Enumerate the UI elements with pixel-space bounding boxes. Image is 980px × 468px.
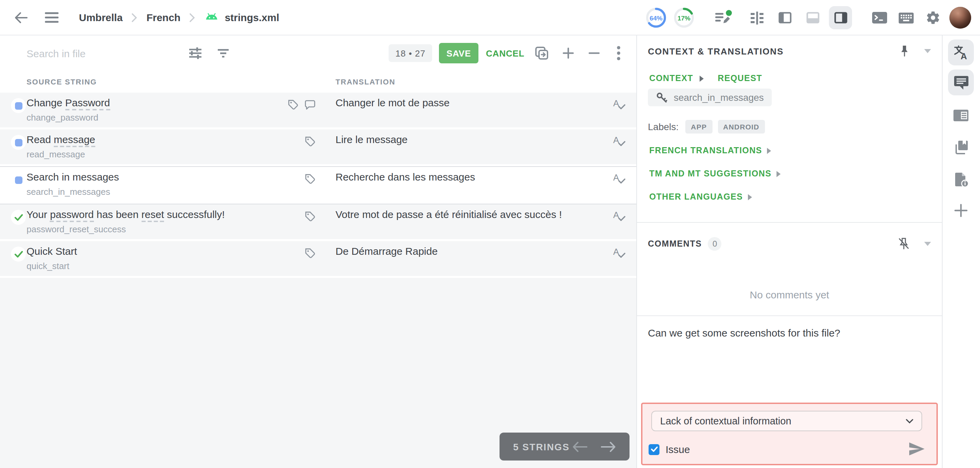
cancel-button[interactable]: CANCEL xyxy=(486,35,524,71)
status-approved-icon xyxy=(14,214,23,221)
source-string-text: Search in messages xyxy=(27,171,119,182)
section-tm-mt-suggestions[interactable]: TM AND MT SUGGESTIONS xyxy=(649,169,780,179)
more-options-icon[interactable] xyxy=(617,35,620,71)
string-status xyxy=(11,210,26,225)
breadcrumb-project[interactable]: Umbrella xyxy=(79,11,123,23)
right-panel-view-icon[interactable] xyxy=(829,6,852,29)
user-avatar[interactable] xyxy=(950,0,971,35)
translation-activity-icon[interactable] xyxy=(714,0,732,35)
keyboard-icon[interactable] xyxy=(898,0,914,35)
spellcheck-icon[interactable]: A xyxy=(612,246,625,260)
string-status xyxy=(11,247,26,262)
terminal-icon[interactable] xyxy=(872,0,888,35)
context-card-panel-icon[interactable] xyxy=(948,102,974,128)
context-panel: CONTEXT & TRANSLATIONS CONTEXT REQUEST s… xyxy=(637,35,942,468)
tag-icon xyxy=(287,99,299,110)
string-meta-icons xyxy=(271,99,316,110)
check-icon xyxy=(650,446,658,452)
tag-icon xyxy=(304,211,316,222)
string-key-chip[interactable]: search_in_messages xyxy=(648,89,772,106)
proofread-icon-wrap[interactable]: A xyxy=(612,246,625,262)
next-strings-icon[interactable] xyxy=(601,441,616,452)
spellcheck-icon[interactable]: A xyxy=(612,209,625,223)
chevron-down-icon[interactable] xyxy=(924,242,931,246)
string-key: read_message xyxy=(27,149,85,160)
chevron-down-icon[interactable] xyxy=(924,49,931,53)
translation-text: Lire le message xyxy=(336,134,408,145)
source-string-text: Your password has been reset successfull… xyxy=(27,208,225,220)
chevron-right-icon xyxy=(189,13,195,22)
pin-icon[interactable] xyxy=(900,45,909,57)
settings-gear-icon[interactable] xyxy=(926,0,940,35)
strings-pagination[interactable]: 5 STRINGS xyxy=(500,433,630,460)
save-button[interactable]: SAVE xyxy=(439,43,479,63)
tab-request[interactable]: REQUEST xyxy=(718,73,762,83)
table-row[interactable]: Your password has been reset successfull… xyxy=(0,204,636,241)
progress-ring[interactable]: 64% xyxy=(645,7,667,29)
comment-input[interactable]: Can we get some screenshots for this fil… xyxy=(648,327,931,339)
strings-count-label: 5 STRINGS xyxy=(513,441,570,452)
tag-icon xyxy=(304,173,316,185)
source-string-text: Read message xyxy=(27,134,95,145)
progress-indicators-2: 17% xyxy=(673,0,695,35)
main-area: Search in file 18 • 27 SAVE CANCEL xyxy=(0,35,980,468)
bottom-panel-view-icon[interactable] xyxy=(801,6,824,29)
search-input[interactable]: Search in file xyxy=(27,35,176,71)
issue-type-select[interactable]: Lack of contextual information xyxy=(651,411,922,431)
translation-text: De Démarrage Rapide xyxy=(336,245,438,257)
side-by-side-view-icon[interactable] xyxy=(745,6,768,29)
filter-list-icon[interactable] xyxy=(217,35,229,71)
arrow-right-icon xyxy=(776,171,780,177)
file-info-panel-icon[interactable] xyxy=(948,166,974,192)
issue-checkbox[interactable] xyxy=(649,444,659,455)
spellcheck-icon[interactable]: A xyxy=(612,134,625,148)
table-row[interactable]: Change Passwordchange_passwordChanger le… xyxy=(0,93,636,129)
unpin-icon[interactable] xyxy=(898,238,909,250)
table-row[interactable]: Quick Startquick_startDe Démarrage Rapid… xyxy=(0,241,636,278)
hamburger-menu-icon[interactable] xyxy=(45,12,59,23)
spellcheck-icon[interactable]: A xyxy=(612,97,625,111)
tune-filter-icon[interactable] xyxy=(189,35,202,71)
proofread-icon-wrap[interactable]: A xyxy=(612,172,625,188)
issue-type-selected-option: Lack of contextual information xyxy=(660,415,791,426)
string-meta-icons xyxy=(271,247,316,259)
source-column-header: SOURCE STRING xyxy=(27,78,97,86)
tag-icon xyxy=(304,247,316,259)
labels-row: Labels: APP ANDROID xyxy=(648,120,765,134)
progress-ring[interactable]: 17% xyxy=(673,7,695,29)
saved-pages-panel-icon[interactable] xyxy=(948,134,974,160)
breadcrumb-file[interactable]: strings.xml xyxy=(204,11,279,23)
proofread-icon-wrap[interactable]: A xyxy=(612,209,625,225)
section-french-translations[interactable]: FRENCH TRANSLATIONS xyxy=(649,146,771,155)
key-icon xyxy=(656,92,668,103)
issue-report-box: Lack of contextual information Issue xyxy=(641,403,938,465)
source-string-text: Change Password xyxy=(27,97,110,108)
back-arrow-icon[interactable] xyxy=(14,10,29,25)
tab-context[interactable]: CONTEXT xyxy=(649,73,693,83)
translations-panel-icon[interactable]: A xyxy=(948,40,974,65)
breadcrumb-language[interactable]: French xyxy=(146,11,180,23)
status-translated-icon xyxy=(14,102,22,109)
previous-strings-icon[interactable] xyxy=(572,441,587,452)
zoom-out-icon[interactable] xyxy=(588,35,600,71)
comments-count-badge: 0 xyxy=(708,237,722,251)
send-comment-icon[interactable] xyxy=(908,441,926,460)
spellcheck-icon[interactable]: A xyxy=(612,172,625,185)
arrow-right-icon xyxy=(699,75,703,81)
section-other-languages[interactable]: OTHER LANGUAGES xyxy=(649,192,752,202)
table-row[interactable]: Read messageread_messageLire le messageA xyxy=(0,129,636,166)
section-label: TM AND MT SUGGESTIONS xyxy=(649,169,772,179)
string-status xyxy=(11,135,26,150)
translation-text: Recherche dans les messages xyxy=(336,171,475,182)
comments-panel-icon[interactable] xyxy=(948,69,974,95)
left-panel-view-icon[interactable] xyxy=(773,6,796,29)
proofread-icon-wrap[interactable]: A xyxy=(612,97,625,114)
zoom-in-icon[interactable] xyxy=(562,35,574,71)
status-approved-icon xyxy=(14,250,23,258)
arrow-right-icon xyxy=(748,194,752,200)
add-panel-icon[interactable] xyxy=(948,198,974,224)
table-header: SOURCE STRING TRANSLATION xyxy=(0,71,636,93)
copy-source-icon[interactable] xyxy=(534,35,549,71)
proofread-icon-wrap[interactable]: A xyxy=(612,134,625,150)
table-row[interactable]: Search in messagessearch_in_messagesRech… xyxy=(0,166,636,204)
